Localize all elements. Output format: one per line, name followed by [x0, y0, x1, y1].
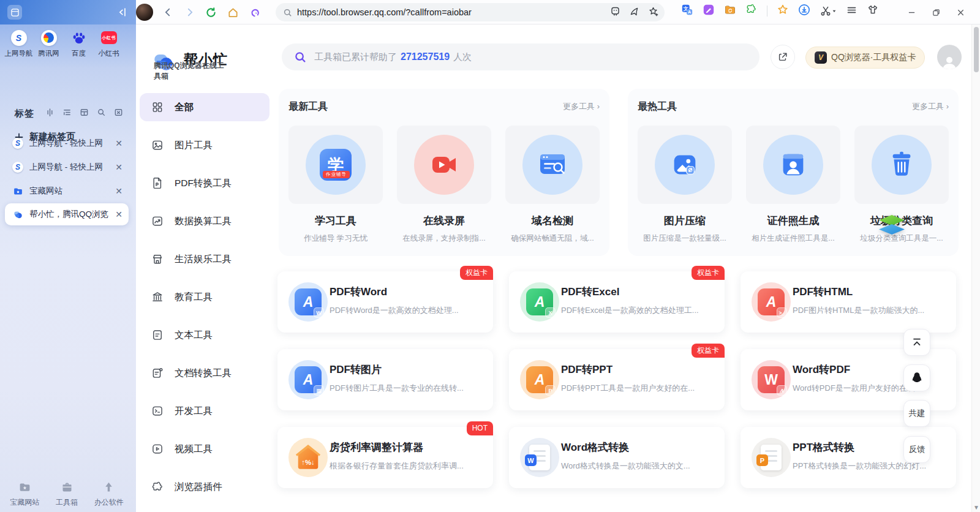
quick-link-tencent[interactable]: 腾讯网 [34, 29, 64, 58]
nav-text-tools[interactable]: 文本工具 [140, 321, 270, 349]
image-compress-icon [669, 149, 701, 181]
category-nav: 全部 图片工具 PDF转换工具 数据换算工具 生活娱乐工具 教育工具 [140, 93, 270, 501]
scrollbar-thumb[interactable] [974, 27, 979, 72]
bank-icon [151, 291, 164, 303]
user-avatar[interactable] [136, 4, 153, 21]
theme-shirt-icon[interactable] [867, 4, 879, 18]
tool-card-pdf-to-html[interactable]: A>_ PDF转HTML PDF图片转HTML是一款功能强大的... [741, 271, 956, 333]
tab-close-icon[interactable]: ✕ [115, 162, 123, 172]
translate-extension-icon[interactable]: 文A [681, 4, 693, 18]
reader-mode-icon[interactable] [610, 6, 620, 19]
mini-card-screen-record[interactable]: 在线录屏 在线录屏，支持录制指... [397, 126, 491, 244]
mini-card-image-compress[interactable]: 图片压缩 图片压缩是一款轻量级... [638, 126, 732, 244]
floating-layers-widget[interactable] [877, 214, 907, 243]
sort-list-icon[interactable] [62, 108, 72, 119]
nav-all[interactable]: 全部 [140, 93, 270, 121]
dock-treasure-sites[interactable]: 宝藏网站 [4, 481, 46, 508]
tab-item-active[interactable]: 帮小忙，腾讯QQ浏览 ✕ [5, 203, 129, 225]
restore-button[interactable] [924, 0, 948, 24]
video-play-icon [151, 443, 164, 455]
search-placeholder-prefix: 工具箱已累计帮助了 [314, 51, 397, 63]
domain-check-icon [536, 148, 569, 181]
study-tool-icon: 学作业辅导 [320, 149, 352, 181]
feedback-button[interactable]: 反馈 [903, 436, 930, 463]
nav-education-tools[interactable]: 教育工具 [140, 283, 270, 311]
mini-card-study-tools[interactable]: 学作业辅导 学习工具 作业辅导 学习无忧 [288, 126, 383, 244]
dock-toolbox[interactable]: 工具箱 [46, 481, 88, 508]
forward-button[interactable] [181, 4, 198, 21]
benefit-card-button[interactable]: V QQ浏览器·工具权益卡 [805, 47, 925, 69]
tool-card-pdf-to-word[interactable]: 权益卡 AW PDF转Word PDF转Word是一款高效的文档处理... [277, 271, 493, 333]
home-button[interactable] [224, 4, 241, 21]
send-to-device-icon[interactable] [629, 6, 639, 19]
nav-dev-tools[interactable]: 开发工具 [140, 397, 270, 425]
quick-link-navigation[interactable]: S 上网导航 [4, 29, 34, 58]
nav-data-tools[interactable]: 数据换算工具 [140, 207, 270, 235]
co-build-button[interactable]: 共建 [903, 400, 930, 427]
more-tools-link[interactable]: 更多工具 › [912, 101, 949, 112]
bookmark-star-icon[interactable] [648, 6, 658, 19]
url-text[interactable]: https://tool.browser.qq.com/?callfrom=ai… [297, 7, 605, 17]
app-window-icon[interactable] [7, 5, 22, 20]
search-tabs-icon[interactable] [97, 108, 106, 119]
screenshot-scissors-icon[interactable] [820, 5, 837, 17]
tab-item[interactable]: S 上网导航 - 轻快上网 ✕ [5, 133, 129, 154]
tab-item[interactable]: 宝藏网站 ✕ [5, 181, 129, 201]
word-to-pdf-icon: WA [758, 366, 785, 393]
notes-extension-icon[interactable] [703, 4, 715, 18]
benefit-badge: 权益卡 [460, 266, 493, 280]
site-logo[interactable]: 帮小忙 腾讯QQ浏览器在线工具箱 [152, 50, 228, 73]
quick-link-xiaohongshu[interactable]: 小红书 小红书 [94, 29, 124, 58]
mini-card-id-photo[interactable]: 证件照生成 相片生成证件照工具是... [746, 126, 840, 244]
tool-card-mortgage-calculator[interactable]: HOT ↑%↓ 房贷利率调整计算器 根据各银行存量首套住房贷款利率调... [277, 427, 493, 488]
menu-icon[interactable] [846, 4, 858, 18]
close-button[interactable] [948, 0, 973, 24]
grid-view-icon[interactable] [80, 108, 89, 119]
nav-life-tools[interactable]: 生活娱乐工具 [140, 245, 270, 273]
collapse-sidebar-icon[interactable] [115, 6, 129, 19]
extensions-puzzle-icon[interactable] [745, 4, 758, 18]
tool-page: 帮小忙 腾讯QQ浏览器在线工具箱 工具箱已累计帮助了 271257519 人次 … [136, 24, 980, 512]
nav-video-tools[interactable]: 视频工具 [140, 435, 270, 463]
hot-badge: HOT [467, 421, 493, 435]
qq-contact-button[interactable] [903, 364, 930, 391]
nav-pdf-tools[interactable]: PDF转换工具 [140, 169, 270, 197]
search-placeholder-suffix: 人次 [453, 51, 472, 63]
refresh-button[interactable] [202, 4, 219, 21]
back-button[interactable] [159, 4, 176, 21]
split-view-icon[interactable] [45, 108, 55, 119]
tab-item[interactable]: S 上网导航 - 轻快上网 ✕ [5, 157, 129, 178]
dock-office-software[interactable]: 办公软件 [88, 481, 130, 508]
tab-close-icon[interactable]: ✕ [115, 209, 123, 219]
minimize-button[interactable] [899, 0, 924, 24]
address-bar[interactable]: https://tool.browser.qq.com/?callfrom=ai… [276, 3, 665, 21]
search-icon [294, 51, 307, 64]
nav-image-tools[interactable]: 图片工具 [140, 131, 270, 159]
mini-card-domain-check[interactable]: 域名检测 确保网站畅通无阻，域... [505, 126, 600, 244]
word-format-icon: W [529, 445, 550, 470]
close-all-tabs-icon[interactable] [114, 108, 123, 119]
favorites-star-icon[interactable] [777, 4, 789, 18]
tool-card-pdf-to-ppt[interactable]: 权益卡 AP PDF转PPT PDF转PPT工具是一款用户友好的在... [509, 349, 725, 410]
undo-close-button[interactable] [246, 4, 263, 21]
nav-doc-convert-tools[interactable]: 文档转换工具 [140, 359, 270, 387]
nav-browser-plugins[interactable]: 浏览器插件 [140, 473, 270, 501]
tab-close-icon[interactable]: ✕ [115, 186, 123, 196]
tool-search-input[interactable]: 工具箱已累计帮助了 271257519 人次 [282, 43, 760, 70]
folder-sync-extension-icon[interactable] [724, 4, 736, 18]
account-avatar[interactable] [937, 45, 962, 69]
tool-card-pdf-to-image[interactable]: A▦ PDF转图片 PDF转图片工具是一款专业的在线转... [277, 349, 493, 410]
page-scrollbar[interactable]: ▼ [971, 24, 980, 512]
quick-link-baidu[interactable]: 百度 [64, 29, 94, 58]
download-icon[interactable] [798, 4, 810, 18]
tool-card-pdf-to-excel[interactable]: 权益卡 AX PDF转Excel PDF转Excel是一款高效的文档处理工... [509, 271, 725, 333]
more-tools-link[interactable]: 更多工具 › [563, 101, 600, 112]
tab-close-icon[interactable]: ✕ [115, 138, 123, 148]
benefit-badge: 权益卡 [692, 266, 725, 280]
back-to-top-button[interactable] [903, 329, 930, 356]
qq-penguin-icon [911, 371, 923, 385]
tool-card-word-format-convert[interactable]: W Word格式转换 Word格式转换是一款功能强大的文... [509, 427, 725, 488]
scrollbar-down-arrow[interactable]: ▼ [972, 504, 980, 511]
share-button[interactable] [771, 45, 795, 69]
doc-convert-icon [151, 367, 164, 379]
